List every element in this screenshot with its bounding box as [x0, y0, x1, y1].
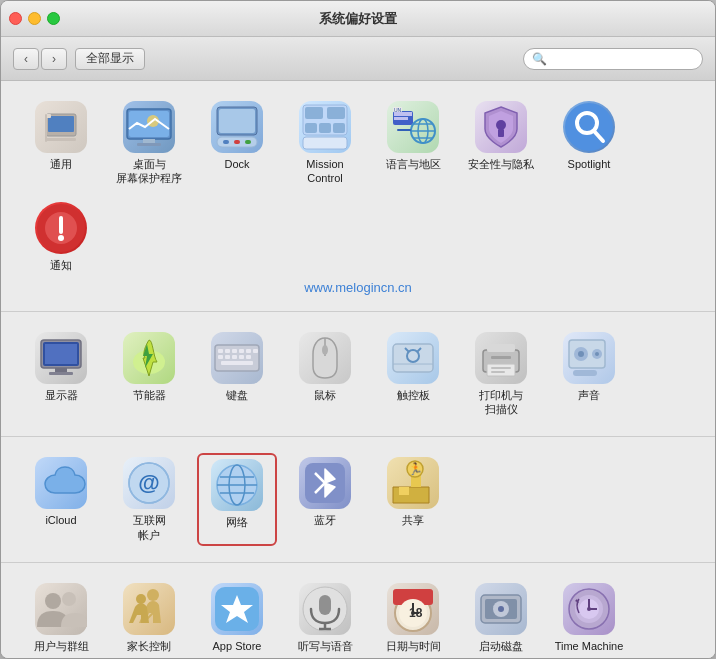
section-personal: 通用 桌面与屏幕保护程序	[1, 81, 715, 312]
label-timemachine: Time Machine	[555, 639, 624, 653]
svg-rect-47	[45, 344, 77, 364]
icon-printer	[475, 332, 527, 384]
label-internet: 互联网帐户	[133, 513, 166, 542]
personal-grid: 通用 桌面与屏幕保护程序	[21, 97, 695, 276]
icon-trackpad	[387, 332, 439, 384]
svg-rect-45	[55, 368, 67, 372]
item-users[interactable]: 用户与群组	[21, 579, 101, 657]
maximize-button[interactable]	[47, 12, 60, 25]
item-dock[interactable]: Dock	[197, 97, 277, 190]
item-mission[interactable]: MissionControl	[285, 97, 365, 190]
search-box: 🔍	[523, 48, 703, 70]
icon-dock	[211, 101, 263, 153]
item-bluetooth[interactable]: 蓝牙	[285, 453, 365, 546]
svg-point-42	[58, 235, 64, 241]
label-keyboard: 键盘	[226, 388, 248, 402]
svg-rect-51	[225, 349, 230, 353]
item-trackpad[interactable]: 触控板	[373, 328, 453, 421]
svg-point-117	[587, 607, 591, 611]
label-notification: 通知	[50, 258, 72, 272]
item-notification[interactable]: 通知	[21, 198, 101, 276]
item-datetime[interactable]: 18 日期与时间	[373, 579, 453, 657]
icon-datetime: 18	[387, 583, 439, 635]
svg-rect-21	[333, 123, 345, 133]
label-datetime: 日期与时间	[386, 639, 441, 653]
svg-rect-78	[573, 370, 597, 376]
svg-rect-61	[221, 361, 253, 365]
item-appstore[interactable]: App Store	[197, 579, 277, 657]
label-energy: 节能器	[133, 388, 166, 402]
item-language[interactable]: UN 语言与地区	[373, 97, 453, 190]
svg-rect-35	[498, 129, 504, 137]
item-keyboard[interactable]: 键盘	[197, 328, 277, 421]
section-system: 用户与群组 家长控制	[1, 563, 715, 658]
svg-rect-69	[487, 364, 515, 376]
svg-rect-64	[393, 344, 433, 372]
svg-rect-72	[491, 371, 505, 373]
traffic-lights	[9, 12, 60, 25]
search-input[interactable]	[551, 52, 694, 66]
svg-rect-41	[59, 216, 63, 234]
item-startup[interactable]: ? 启动磁盘	[461, 579, 541, 657]
item-mouse[interactable]: 鼠标	[285, 328, 365, 421]
svg-point-63	[322, 345, 328, 355]
item-dictation[interactable]: 听写与语音	[285, 579, 365, 657]
icon-keyboard	[211, 332, 263, 384]
item-display[interactable]: 显示器	[21, 328, 101, 421]
svg-rect-97	[319, 595, 331, 615]
back-button[interactable]: ‹	[13, 48, 39, 70]
icon-internet: @	[123, 457, 175, 509]
item-sound[interactable]: 声音	[549, 328, 629, 421]
label-desktop: 桌面与屏幕保护程序	[116, 157, 182, 186]
item-network[interactable]: 网络	[197, 453, 277, 546]
label-appstore: App Store	[213, 639, 262, 653]
svg-point-94	[136, 594, 146, 604]
svg-rect-1	[48, 116, 74, 132]
label-trackpad: 触控板	[397, 388, 430, 402]
svg-rect-15	[245, 140, 251, 144]
svg-point-77	[595, 352, 599, 356]
internet-grid: iCloud @ 互联网帐户	[21, 453, 695, 546]
svg-rect-7	[143, 139, 155, 143]
svg-rect-55	[253, 349, 258, 353]
item-sharing[interactable]: 🏃 共享	[373, 453, 453, 546]
forward-button[interactable]: ›	[41, 48, 67, 70]
label-users: 用户与群组	[34, 639, 89, 653]
svg-point-90	[45, 593, 61, 609]
icon-display	[35, 332, 87, 384]
icon-appstore	[211, 583, 263, 635]
item-parental[interactable]: 家长控制	[109, 579, 189, 657]
item-timemachine[interactable]: Time Machine	[549, 579, 629, 657]
item-internet[interactable]: @ 互联网帐户	[109, 453, 189, 546]
item-printer[interactable]: 打印机与扫描仪	[461, 328, 541, 421]
item-energy[interactable]: 节能器	[109, 328, 189, 421]
item-general[interactable]: 通用	[21, 97, 101, 190]
nav-buttons: ‹ ›	[13, 48, 67, 70]
label-icloud: iCloud	[45, 513, 76, 527]
svg-rect-46	[49, 372, 73, 375]
svg-rect-59	[239, 355, 244, 359]
svg-rect-25	[394, 117, 408, 120]
label-dock: Dock	[224, 157, 249, 171]
item-security[interactable]: 安全性与隐私	[461, 97, 541, 190]
close-button[interactable]	[9, 12, 22, 25]
svg-rect-8	[137, 143, 161, 146]
label-mouse: 鼠标	[314, 388, 336, 402]
item-desktop[interactable]: 桌面与屏幕保护程序	[109, 97, 189, 190]
icon-energy	[123, 332, 175, 384]
svg-point-110	[498, 606, 504, 612]
icon-mission	[299, 101, 351, 153]
svg-rect-11	[219, 109, 255, 133]
label-network: 网络	[226, 515, 248, 529]
item-spotlight[interactable]: Spotlight	[549, 97, 629, 190]
svg-text:🏃: 🏃	[408, 461, 423, 476]
svg-rect-58	[232, 355, 237, 359]
show-all-button[interactable]: 全部显示	[75, 48, 145, 70]
icon-dictation	[299, 583, 351, 635]
svg-point-34	[496, 120, 506, 130]
label-general: 通用	[50, 157, 72, 171]
minimize-button[interactable]	[28, 12, 41, 25]
item-icloud[interactable]: iCloud	[21, 453, 101, 546]
content-area: 通用 桌面与屏幕保护程序	[1, 81, 715, 658]
label-printer: 打印机与扫描仪	[479, 388, 523, 417]
